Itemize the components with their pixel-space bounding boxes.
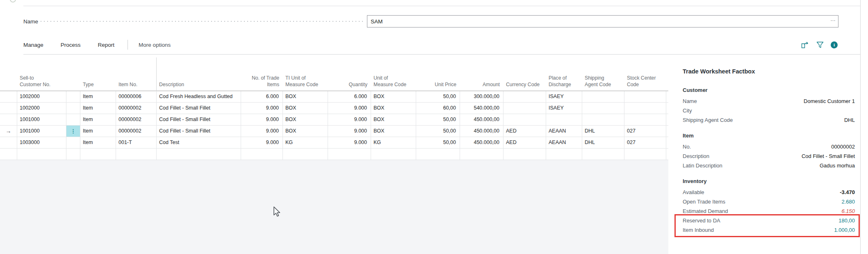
- factbox-field-value[interactable]: 6.150: [841, 208, 855, 214]
- column-header-item_no[interactable]: Item No.: [116, 55, 157, 91]
- cell-item_no[interactable]: 00000006: [116, 91, 157, 103]
- cell-shipping_agent_code[interactable]: DHL: [582, 126, 624, 137]
- active-row-arrow-icon[interactable]: →: [0, 126, 17, 137]
- cell-place_of_discharge[interactable]: AEAAN: [546, 126, 582, 137]
- cell-currency_code[interactable]: AED: [503, 126, 546, 137]
- cell-currency_code[interactable]: [503, 91, 546, 103]
- cell-quantity[interactable]: 9.000: [328, 126, 371, 137]
- filter-icon[interactable]: [816, 41, 824, 49]
- cell-description[interactable]: [157, 149, 241, 160]
- cell-row_options[interactable]: [66, 91, 80, 103]
- table-row[interactable]: 1002000Item00000002Cod Fillet - Small Fi…: [0, 103, 671, 114]
- name-input[interactable]: [367, 15, 838, 27]
- cell-amount[interactable]: [460, 149, 503, 160]
- cell-shipping_agent_code[interactable]: [582, 103, 624, 114]
- column-header-unit_price[interactable]: Unit Price: [416, 55, 460, 91]
- cell-type[interactable]: Item: [80, 91, 116, 103]
- cell-unit_of_measure_code[interactable]: BOX: [371, 126, 416, 137]
- cell-unit_price[interactable]: 60,00: [416, 103, 460, 114]
- cell-unit_of_measure_code[interactable]: BOX: [371, 91, 416, 103]
- table-row[interactable]: →1001000⋮Item00000002Cod Fillet - Small …: [0, 126, 671, 137]
- table-row[interactable]: 1001000Item00000002Cod Fillet - Small Fi…: [0, 114, 671, 126]
- cell-stock_center_code[interactable]: [624, 114, 666, 126]
- column-header-place_of_discharge[interactable]: Place ofDischarge: [546, 55, 582, 91]
- cell-item_no[interactable]: [116, 149, 157, 160]
- column-header-amount[interactable]: Amount: [460, 55, 503, 91]
- cell-shipping_agent_code[interactable]: [582, 91, 624, 103]
- cell-no_of_trade_items[interactable]: 9.000: [241, 126, 283, 137]
- cell-currency_code[interactable]: [503, 149, 546, 160]
- cell-amount[interactable]: 450.000,00: [460, 126, 503, 137]
- cell-no_of_trade_items[interactable]: 9.000: [241, 137, 283, 149]
- column-header-no_of_trade_items[interactable]: No. of TradeItems: [241, 55, 283, 91]
- cell-description[interactable]: Cod Fresh Headless and Gutted: [157, 91, 241, 103]
- menu-item-report[interactable]: Report: [98, 42, 115, 48]
- cell-sell_to_customer_no[interactable]: 1001000: [17, 126, 66, 137]
- cell-ti_unit_of_measure_code[interactable]: KG: [283, 137, 328, 149]
- cell-sell_to_customer_no[interactable]: 1001000: [17, 114, 66, 126]
- column-header-ti_unit_of_measure_code[interactable]: TI Unit ofMeasure Code: [283, 55, 328, 91]
- cell-type[interactable]: [80, 149, 116, 160]
- cell-sell_to_customer_no[interactable]: 1002000: [17, 103, 66, 114]
- cell-type[interactable]: Item: [80, 137, 116, 149]
- column-header-type[interactable]: Type: [80, 55, 116, 91]
- cell-amount[interactable]: 540.000,00: [460, 103, 503, 114]
- table-row[interactable]: 1002000Item00000006Cod Fresh Headless an…: [0, 91, 671, 103]
- cell-place_of_discharge[interactable]: ISAEY: [546, 103, 582, 114]
- cell-place_of_discharge[interactable]: [546, 149, 582, 160]
- info-icon[interactable]: i: [831, 41, 838, 48]
- cell-stock_center_code[interactable]: [624, 91, 666, 103]
- row-options-icon[interactable]: ⋮: [66, 126, 80, 137]
- cell-item_no[interactable]: 00000002: [116, 103, 157, 114]
- factbox-field-value[interactable]: -3.470: [840, 189, 855, 195]
- cell-shipping_agent_code[interactable]: DHL: [582, 137, 624, 149]
- cell-type[interactable]: Item: [80, 103, 116, 114]
- cell-row_options[interactable]: [66, 103, 80, 114]
- column-header-quantity[interactable]: Quantity: [328, 55, 371, 91]
- cell-stock_center_code[interactable]: 027: [624, 126, 666, 137]
- cell-row_options[interactable]: [66, 149, 80, 160]
- cell-ti_unit_of_measure_code[interactable]: BOX: [283, 91, 328, 103]
- cell-unit_price[interactable]: 50,00: [416, 137, 460, 149]
- cell-stock_center_code[interactable]: 027: [624, 137, 666, 149]
- cell-unit_price[interactable]: [416, 149, 460, 160]
- cell-amount[interactable]: 450.000,00: [460, 137, 503, 149]
- cell-item_no[interactable]: 001-T: [116, 137, 157, 149]
- cell-no_of_trade_items[interactable]: 9.000: [241, 114, 283, 126]
- cell-unit_price[interactable]: 50,00: [416, 91, 460, 103]
- column-header-currency_code[interactable]: Currency Code: [503, 55, 546, 91]
- cell-currency_code[interactable]: [503, 103, 546, 114]
- cell-shipping_agent_code[interactable]: [582, 114, 624, 126]
- factbox-field-value[interactable]: 2.680: [841, 199, 855, 205]
- cell-unit_of_measure_code[interactable]: BOX: [371, 114, 416, 126]
- cell-no_of_trade_items[interactable]: 6.000: [241, 91, 283, 103]
- cell-amount[interactable]: 300.000,00: [460, 91, 503, 103]
- cell-stock_center_code[interactable]: [624, 149, 666, 160]
- more-options-button[interactable]: More options: [139, 42, 171, 48]
- cell-description[interactable]: Cod Fillet - Small Fillet: [157, 114, 241, 126]
- menu-item-manage[interactable]: Manage: [23, 42, 43, 48]
- cell-unit_of_measure_code[interactable]: BOX: [371, 103, 416, 114]
- table-row[interactable]: 1003000Item001-TCod Test9.000KG9.000KG50…: [0, 137, 671, 149]
- cell-quantity[interactable]: 9.000: [328, 103, 371, 114]
- cell-shipping_agent_code[interactable]: [582, 149, 624, 160]
- share-icon[interactable]: [801, 41, 809, 49]
- cell-ti_unit_of_measure_code[interactable]: BOX: [283, 126, 328, 137]
- cell-sell_to_customer_no[interactable]: [17, 149, 66, 160]
- cell-unit_price[interactable]: 50,00: [416, 126, 460, 137]
- cell-item_no[interactable]: 00000002: [116, 114, 157, 126]
- cell-row_options[interactable]: [66, 114, 80, 126]
- cell-sell_to_customer_no[interactable]: 1003000: [17, 137, 66, 149]
- cell-ti_unit_of_measure_code[interactable]: BOX: [283, 103, 328, 114]
- cell-quantity[interactable]: 6.000: [328, 91, 371, 103]
- cell-no_of_trade_items[interactable]: 9.000: [241, 103, 283, 114]
- column-header-sell_to_customer_no[interactable]: Sell-toCustomer No.: [17, 55, 66, 91]
- cell-ti_unit_of_measure_code[interactable]: [283, 149, 328, 160]
- cell-currency_code[interactable]: [503, 114, 546, 126]
- table-row[interactable]: [0, 149, 671, 160]
- cell-unit_of_measure_code[interactable]: [371, 149, 416, 160]
- cell-description[interactable]: Cod Fillet - Small Fillet: [157, 103, 241, 114]
- cell-description[interactable]: Cod Test: [157, 137, 241, 149]
- column-header-shipping_agent_code[interactable]: ShippingAgent Code: [582, 55, 624, 91]
- column-header-description[interactable]: Description: [157, 55, 241, 91]
